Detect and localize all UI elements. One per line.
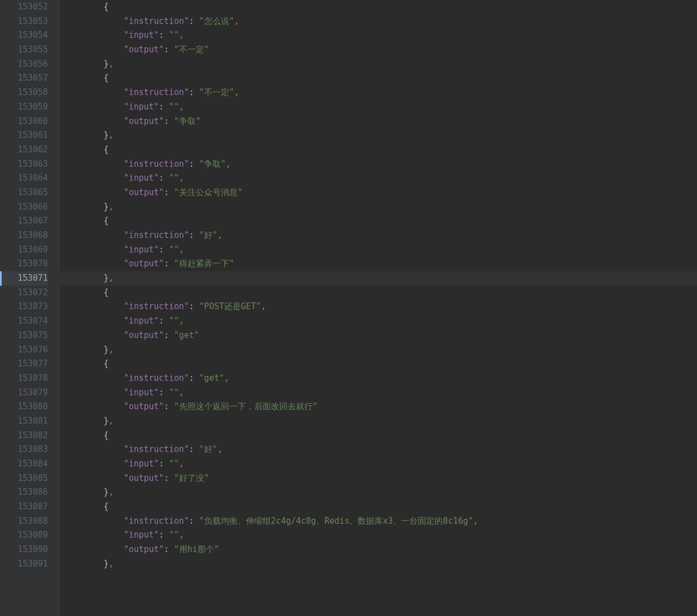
line-number: 153056 — [0, 57, 48, 72]
line-number: 153074 — [0, 314, 48, 329]
line-number: 153067 — [0, 214, 48, 228]
line-number: 153065 — [0, 186, 48, 200]
line-number: 153071 — [0, 271, 48, 286]
code-line[interactable]: { — [60, 357, 697, 371]
line-number: 153064 — [0, 171, 48, 186]
line-number: 153059 — [0, 100, 48, 115]
code-line[interactable]: }, — [60, 57, 697, 72]
line-number: 153090 — [0, 543, 48, 557]
line-number: 153082 — [0, 429, 48, 443]
line-number: 153080 — [0, 400, 48, 414]
line-number: 153068 — [0, 228, 48, 243]
line-number: 153089 — [0, 528, 48, 543]
code-line[interactable]: { — [60, 143, 697, 157]
line-number: 153054 — [0, 28, 48, 43]
code-line[interactable]: { — [60, 71, 697, 86]
line-number: 153087 — [0, 500, 48, 514]
code-line[interactable]: "output": "争取" — [60, 115, 697, 129]
code-line[interactable]: "output": "关注公众号消息" — [60, 186, 697, 200]
line-number: 153063 — [0, 157, 48, 172]
line-number: 153055 — [0, 43, 48, 57]
line-number: 153057 — [0, 71, 48, 86]
line-number: 153075 — [0, 329, 48, 343]
code-line[interactable]: "instruction": "怎么说", — [60, 14, 697, 29]
line-number: 153083 — [0, 443, 48, 457]
code-line[interactable]: }, — [60, 271, 697, 286]
code-line[interactable]: { — [60, 500, 697, 514]
code-line[interactable]: }, — [60, 414, 697, 429]
line-number-gutter: 1530521530531530541530551530561530571530… — [0, 0, 60, 616]
line-number: 153079 — [0, 386, 48, 400]
code-line[interactable]: "instruction": "好", — [60, 228, 697, 243]
line-number: 153062 — [0, 143, 48, 157]
code-pane[interactable]: { "instruction": "怎么说", "input": "", "ou… — [60, 0, 697, 616]
code-editor: 1530521530531530541530551530561530571530… — [0, 0, 697, 616]
line-number: 153072 — [0, 286, 48, 300]
line-number: 153070 — [0, 257, 48, 271]
code-line[interactable]: { — [60, 0, 697, 14]
code-line[interactable]: "instruction": "争取", — [60, 157, 697, 172]
code-line[interactable]: "output": "先照这个返回一下，后面改回去就行" — [60, 400, 697, 414]
line-number: 153086 — [0, 485, 48, 500]
code-line[interactable]: "output": "得赶紧弄一下" — [60, 257, 697, 271]
line-number: 153069 — [0, 243, 48, 257]
code-line[interactable]: "input": "", — [60, 243, 697, 257]
code-line[interactable]: }, — [60, 557, 697, 572]
line-number: 153085 — [0, 471, 48, 486]
code-line[interactable]: "input": "", — [60, 28, 697, 43]
code-line[interactable]: }, — [60, 200, 697, 215]
code-line[interactable]: "output": "get" — [60, 329, 697, 343]
line-number: 153073 — [0, 300, 48, 314]
line-number: 153077 — [0, 357, 48, 371]
code-line[interactable]: { — [60, 286, 697, 300]
code-line[interactable]: "output": "好了没" — [60, 471, 697, 486]
line-number: 153060 — [0, 115, 48, 129]
code-line[interactable]: "input": "", — [60, 100, 697, 115]
code-line[interactable]: "input": "", — [60, 171, 697, 186]
line-number: 153084 — [0, 457, 48, 471]
line-number: 153053 — [0, 14, 48, 29]
line-number: 153078 — [0, 371, 48, 386]
code-line[interactable]: { — [60, 214, 697, 228]
code-line[interactable]: }, — [60, 128, 697, 143]
line-number: 153091 — [0, 557, 48, 572]
code-line[interactable]: }, — [60, 485, 697, 500]
code-line[interactable]: "input": "", — [60, 386, 697, 400]
code-line[interactable]: "instruction": "好", — [60, 443, 697, 457]
code-line[interactable]: }, — [60, 343, 697, 357]
code-line[interactable]: "input": "", — [60, 528, 697, 543]
code-line[interactable]: "instruction": "不一定", — [60, 86, 697, 100]
code-line[interactable]: "instruction": "负载均衡、伸缩组2c4g/4c8g、Redis、… — [60, 514, 697, 529]
code-line[interactable]: "output": "用hi那个" — [60, 543, 697, 557]
line-number: 153052 — [0, 0, 48, 14]
line-number: 153088 — [0, 514, 48, 529]
line-number: 153061 — [0, 128, 48, 143]
code-line[interactable]: "instruction": "POST还是GET", — [60, 300, 697, 314]
line-number: 153058 — [0, 86, 48, 100]
code-line[interactable]: "input": "", — [60, 457, 697, 471]
line-number: 153076 — [0, 343, 48, 357]
code-line[interactable]: { — [60, 429, 697, 443]
code-line[interactable]: "input": "", — [60, 314, 697, 329]
line-number: 153081 — [0, 414, 48, 429]
code-line[interactable]: "output": "不一定" — [60, 43, 697, 57]
line-number: 153066 — [0, 200, 48, 215]
code-line[interactable]: "instruction": "get", — [60, 371, 697, 386]
